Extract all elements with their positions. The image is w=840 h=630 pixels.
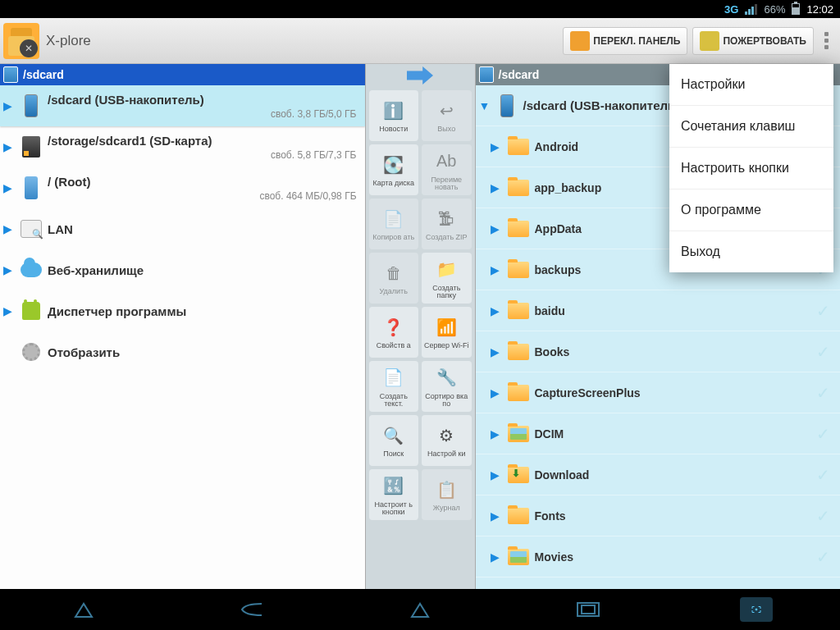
folder-icon <box>507 380 530 406</box>
battery-icon <box>792 3 800 15</box>
folder-name: baidu <box>535 304 810 317</box>
folder-name: DCIM <box>535 427 810 441</box>
op-icon: 🔧 <box>433 365 459 391</box>
folder-icon <box>507 175 530 201</box>
left-pane: /sdcard ▶ /sdcard (USB-накопитель)своб. … <box>0 64 365 589</box>
op-label: Новости <box>379 126 408 133</box>
battery-pct: 66% <box>764 3 785 16</box>
operation-button: ↩Выхо <box>422 90 472 141</box>
operation-button[interactable]: 📄Создать текст. <box>369 361 419 412</box>
nav-recent-button[interactable] <box>572 597 605 622</box>
op-icon: 📶 <box>433 314 459 340</box>
check-icon: ✓ <box>810 506 837 526</box>
operation-button[interactable]: ❓Свойств а <box>369 307 419 358</box>
expand-arrow-icon: ▶ <box>3 99 15 112</box>
root-icon <box>20 175 43 201</box>
check-icon: ✓ <box>810 424 837 444</box>
nav-back-button[interactable] <box>235 597 268 622</box>
operation-button: 🗑Удалить <box>369 253 419 304</box>
operation-button[interactable]: 📶Сервер Wi-Fi <box>422 307 472 358</box>
folder-icon <box>507 216 530 242</box>
folder-item[interactable]: ▶ Download ✓ <box>476 454 841 495</box>
op-label: Свойств а <box>377 342 411 349</box>
folder-item[interactable]: ▶ Fonts ✓ <box>476 495 841 536</box>
menu-item[interactable]: Сочетания клавиш <box>669 106 833 148</box>
svg-rect-1 <box>582 605 595 614</box>
sdc-icon <box>20 134 43 160</box>
expand-arrow-icon: ▶ <box>491 140 502 153</box>
op-icon: 💽 <box>381 152 407 178</box>
expand-arrow-icon: ▶ <box>491 427 502 441</box>
operation-button[interactable]: 💽Карта диска <box>369 144 419 195</box>
op-label: Копиров ать <box>372 234 414 241</box>
operation-button[interactable]: ℹ️Новости <box>369 90 419 141</box>
menu-item[interactable]: О программе <box>669 189 833 231</box>
left-pane-header[interactable]: /sdcard <box>0 64 365 85</box>
left-item[interactable]: ▶ Веб-хранилище <box>0 249 365 290</box>
clock: 12:02 <box>806 3 833 16</box>
app-toolbar: ✕ X-plore ПЕРЕКЛ. ПАНЕЛЬ ПОЖЕРТВОВАТЬ <box>0 18 840 64</box>
menu-item[interactable]: Выход <box>669 231 833 272</box>
overflow-menu-button[interactable] <box>816 29 837 52</box>
op-label: Выхо <box>437 126 455 133</box>
folder-icon <box>507 339 530 365</box>
operation-button[interactable]: 🔣Настроит ь кнопки <box>369 469 419 520</box>
folder-icon <box>507 421 530 447</box>
op-icon: 📄 <box>381 206 407 232</box>
operation-button[interactable]: 📁Создать папку <box>422 253 472 304</box>
signal-icon <box>745 4 757 15</box>
folder-icon <box>507 134 530 160</box>
folder-item[interactable]: ▶ CaptureScreenPlus ✓ <box>476 372 841 413</box>
switch-panel-button[interactable]: ПЕРЕКЛ. ПАНЕЛЬ <box>563 27 687 55</box>
android-icon <box>20 298 43 324</box>
op-icon: 📄 <box>381 365 407 391</box>
left-item[interactable]: ▶ Диспетчер программы <box>0 290 365 331</box>
folder-item[interactable]: ▶ Books ✓ <box>476 331 841 372</box>
left-item[interactable]: ▶ / (Root)своб. 464 МБ/0,98 ГБ <box>0 167 365 208</box>
expand-arrow-icon: ▶ <box>491 263 502 276</box>
check-icon: ✓ <box>810 547 837 567</box>
app-title: X-plore <box>46 33 560 49</box>
folder-icon <box>507 503 530 529</box>
left-item[interactable]: Отобразить <box>0 331 365 372</box>
expand-arrow-icon: ▶ <box>3 181 15 194</box>
nav-screenshot-button[interactable] <box>740 597 773 622</box>
op-icon: ❓ <box>381 314 407 340</box>
nav-home-button[interactable] <box>67 597 100 622</box>
left-pane-body[interactable]: ▶ /sdcard (USB-накопитель)своб. 3,8 ГБ/5… <box>0 85 365 589</box>
expand-arrow-icon: ▶ <box>3 222 15 235</box>
operation-button[interactable]: ⚙Настрой ки <box>422 415 472 466</box>
expand-arrow-icon: ▶ <box>491 222 502 235</box>
storage-icon <box>479 66 494 83</box>
expand-arrow-icon: ▶ <box>491 468 502 482</box>
folder-name: Books <box>535 345 810 358</box>
check-icon: ✓ <box>810 342 837 362</box>
op-icon: 🗑 <box>381 260 407 286</box>
folder-item[interactable]: ▶ Movies ✓ <box>476 536 841 578</box>
network-icon: 3G <box>724 3 738 16</box>
op-icon: 📋 <box>433 477 459 503</box>
left-item[interactable]: ▶ /storage/sdcard1 (SD-карта)своб. 5,8 Г… <box>0 126 365 167</box>
left-item[interactable]: ▶ /sdcard (USB-накопитель)своб. 3,8 ГБ/5… <box>0 85 365 126</box>
svg-point-2 <box>756 609 757 610</box>
transfer-direction[interactable] <box>366 64 475 87</box>
cloud-icon <box>20 257 43 283</box>
folder-item[interactable]: ▶ baidu ✓ <box>476 290 841 331</box>
donate-button[interactable]: ПОЖЕРТВОВАТЬ <box>692 27 814 55</box>
left-item[interactable]: ▶ LAN <box>0 208 365 249</box>
check-icon: ✓ <box>810 383 837 403</box>
op-label: Переиме новать <box>423 176 470 192</box>
folder-icon <box>507 257 530 283</box>
op-label: Настроит ь кнопки <box>371 501 418 517</box>
menu-item[interactable]: Настройки <box>669 64 833 106</box>
operation-button[interactable]: 🔧Сортиро вка по <box>422 361 472 412</box>
collapse-arrow-icon: ▼ <box>479 99 491 112</box>
folder-item[interactable]: ▶ DCIM ✓ <box>476 413 841 454</box>
menu-item[interactable]: Настроить кнопки <box>669 148 833 189</box>
item-subtext: своб. 3,8 ГБ/5,0 ГБ <box>48 108 362 120</box>
center-operations: ℹ️Новости↩Выхо💽Карта дискаAbПереиме нова… <box>365 64 476 589</box>
operation-button[interactable]: 🔍Поиск <box>369 415 419 466</box>
item-name: LAN <box>48 222 362 236</box>
check-icon: ✓ <box>810 301 837 321</box>
nav-home2-button[interactable] <box>404 597 436 622</box>
